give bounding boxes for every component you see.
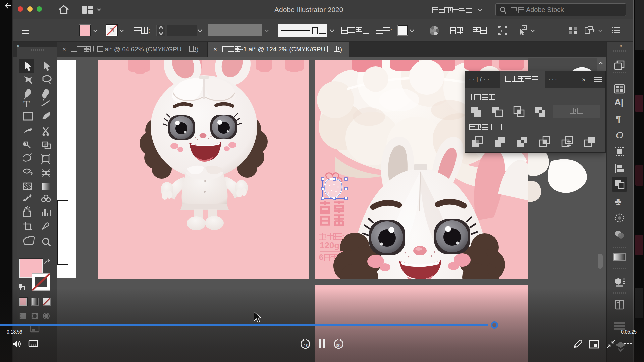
svg-text:10: 10 [304,343,308,348]
svg-text:30: 30 [336,343,340,348]
svg-text:T: T [23,98,30,109]
